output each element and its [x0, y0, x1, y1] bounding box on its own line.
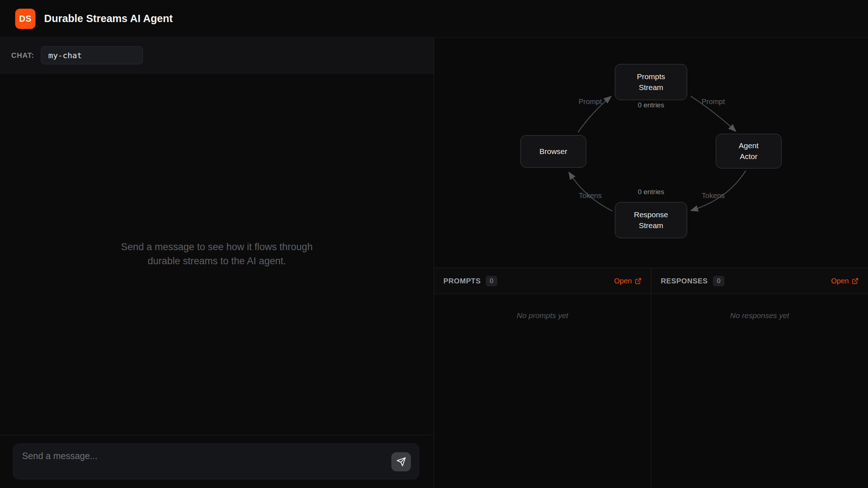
responses-panel-title: RESPONSES — [661, 277, 708, 285]
edge-label-prompt-left: Prompt — [579, 98, 602, 106]
chat-id-input[interactable] — [41, 46, 143, 64]
node-label: Agent — [739, 140, 759, 151]
node-label: Response — [634, 209, 668, 220]
node-agent-actor: Agent Actor — [716, 134, 782, 168]
prompts-panel-header: PROMPTS 0 Open — [434, 268, 651, 294]
prompts-entries-count: 0 entries — [638, 101, 664, 109]
node-browser: Browser — [520, 135, 586, 168]
edge-label-tokens-left: Tokens — [579, 192, 601, 200]
prompts-panel-body: No prompts yet — [434, 294, 651, 488]
prompts-open-link[interactable]: Open — [614, 277, 642, 285]
main-layout: CHAT: Send a message to see how it flows… — [0, 38, 868, 488]
edge-label-prompt-right: Prompt — [702, 98, 725, 106]
streams-panel: Prompts Stream Agent Actor Response Stre… — [434, 38, 868, 488]
node-response-stream: Response Stream — [615, 202, 687, 238]
responses-panel-header: RESPONSES 0 Open — [651, 268, 868, 294]
node-label: Browser — [539, 146, 567, 157]
response-entries-count: 0 entries — [638, 188, 664, 196]
node-label: Stream — [639, 220, 663, 231]
chat-header-row: CHAT: — [0, 38, 434, 73]
send-icon — [396, 457, 406, 467]
send-button[interactable] — [391, 452, 411, 471]
chat-label: CHAT: — [11, 51, 34, 60]
message-input[interactable] — [13, 444, 419, 479]
page-title: Durable Streams AI Agent — [44, 13, 173, 25]
stream-log-panels: PROMPTS 0 Open No prompts — [434, 268, 868, 488]
responses-open-link[interactable]: Open — [831, 277, 859, 285]
app-header: DS Durable Streams AI Agent — [0, 0, 868, 38]
responses-empty-state: No responses yet — [730, 311, 789, 488]
composer-box — [13, 444, 419, 479]
prompts-empty-state: No prompts yet — [517, 311, 568, 488]
node-label: Stream — [639, 82, 663, 93]
open-link-label: Open — [614, 277, 632, 285]
responses-panel-body: No responses yet — [651, 294, 868, 488]
chat-panel: CHAT: Send a message to see how it flows… — [0, 38, 434, 488]
node-prompts-stream: Prompts Stream — [615, 64, 687, 100]
prompts-log-panel: PROMPTS 0 Open No prompts — [434, 268, 651, 488]
node-label: Prompts — [637, 71, 665, 82]
composer-area — [0, 435, 434, 488]
app-logo: DS — [15, 9, 35, 29]
responses-count-badge: 0 — [713, 276, 724, 286]
prompts-count-badge: 0 — [486, 276, 497, 286]
responses-log-panel: RESPONSES 0 Open No respo — [651, 268, 868, 488]
external-link-icon — [635, 278, 642, 284]
chat-empty-state: Send a message to see how it flows throu… — [112, 240, 322, 268]
external-link-icon — [852, 278, 859, 284]
prompts-panel-title: PROMPTS — [443, 277, 481, 285]
node-label: Actor — [740, 151, 757, 162]
edge-label-tokens-right: Tokens — [702, 192, 724, 200]
flow-diagram: Prompts Stream Agent Actor Response Stre… — [434, 38, 868, 268]
open-link-label: Open — [831, 277, 849, 285]
chat-messages-area: Send a message to see how it flows throu… — [0, 73, 434, 435]
